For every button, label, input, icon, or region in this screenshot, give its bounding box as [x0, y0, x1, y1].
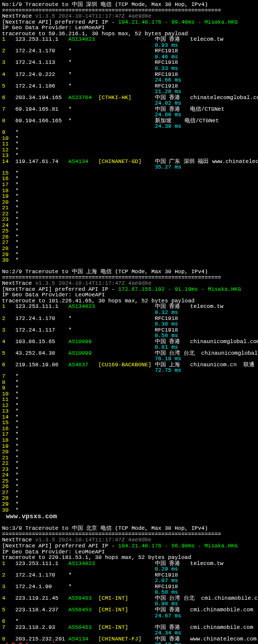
- hop-star: 15 *: [2, 171, 258, 177]
- hop-star: 20 *: [2, 449, 258, 455]
- hop-star: 25 *: [2, 478, 258, 485]
- hop-star: 22 *: [2, 461, 258, 467]
- hop-star: 24 *: [2, 223, 258, 229]
- hop-star: 27 *: [2, 240, 258, 246]
- hop-star: 19 *: [2, 444, 258, 450]
- hop-star: 30 *: [2, 258, 258, 264]
- hop-star: 19 *: [2, 194, 258, 200]
- hop-star: 10 *: [2, 391, 258, 397]
- hop-star: 17 *: [2, 182, 258, 188]
- hop-star: 25 *: [2, 228, 258, 234]
- watermark-overlay: WWW.pejyz.cn: [6, 641, 93, 644]
- hop-latency: 24.67 ms: [2, 613, 258, 619]
- hop-star: 9 *: [2, 385, 258, 391]
- hop-star: 7 *: [2, 374, 258, 380]
- hop-star: 21 *: [2, 455, 258, 461]
- hop-star: 23 *: [2, 217, 258, 223]
- hop-star: 29 *: [2, 252, 258, 258]
- api-line: [NextTrace API] preferred API IP - 104.2…: [2, 543, 258, 549]
- hop-star: 26 *: [2, 484, 258, 490]
- hop-star: 13 *: [2, 409, 258, 415]
- hop-star: 21 *: [2, 205, 258, 211]
- hop-star: 28 *: [2, 496, 258, 502]
- hop-latency: 24.39 ms: [2, 124, 258, 130]
- hop-star: 26 *: [2, 234, 258, 240]
- hop-star: 24 *: [2, 472, 258, 478]
- hop-star: 10 *: [2, 136, 258, 142]
- hop-star: 20 *: [2, 200, 258, 206]
- hop-star: 16 *: [2, 426, 258, 432]
- hop-latency: 72.75 ms: [2, 368, 258, 374]
- hop-star: 17 *: [2, 432, 258, 438]
- hop-star: 27 *: [2, 490, 258, 496]
- hop-star: 22 *: [2, 211, 258, 217]
- footer-watermark: www.vpsxs.com: [2, 513, 258, 520]
- hop-star: 16 *: [2, 176, 258, 182]
- hop-row: 5 223.118.4.237 AS58453 [CMI-INT] 中国 香港 …: [2, 607, 258, 613]
- hop-star: 9 *: [2, 130, 258, 136]
- hop-star: 14 *: [2, 415, 258, 421]
- hop-star: 23 *: [2, 467, 258, 473]
- hop-star: 18 *: [2, 438, 258, 444]
- hop-star: 29 *: [2, 502, 258, 508]
- hop-star: 15 *: [2, 420, 258, 426]
- hop-star: 18 *: [2, 188, 258, 194]
- block-header: No:2/9 Traceroute to 中国 上海 电信 (TCP Mode,…: [2, 269, 258, 275]
- hop-star: 8 *: [2, 380, 258, 386]
- block-header: No:1/9 Traceroute to 中国 深圳 电信 (TCP Mode,…: [2, 2, 258, 8]
- provider-line: IP Geo Data Provider: LeoMoeAPI: [2, 25, 258, 31]
- hop-star: 28 *: [2, 246, 258, 252]
- hop-star: 11 *: [2, 141, 258, 147]
- hop-star: 12 *: [2, 147, 258, 153]
- hop-latency: 35.27 ms: [2, 165, 258, 171]
- hop-star: 12 *: [2, 403, 258, 409]
- hop-star: 11 *: [2, 397, 258, 403]
